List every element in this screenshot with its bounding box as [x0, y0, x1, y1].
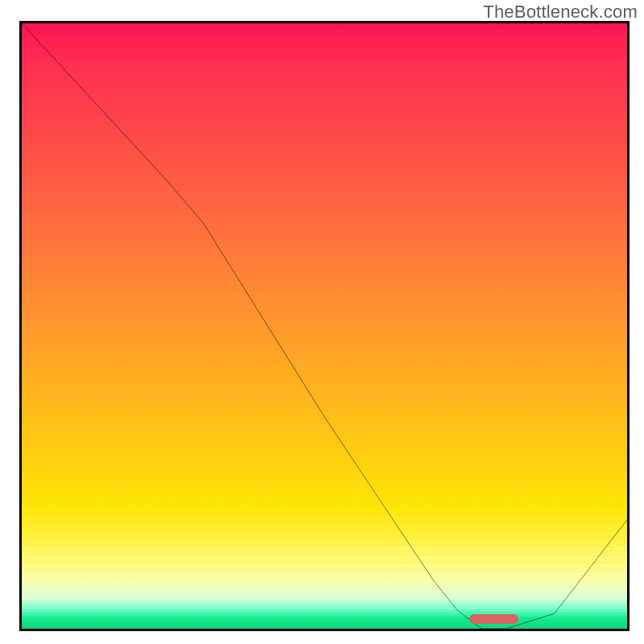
optimal-range-marker	[469, 614, 518, 624]
watermark-text: TheBottleneck.com	[483, 2, 638, 23]
chart-canvas: TheBottleneck.com	[0, 0, 644, 644]
plot-frame	[19, 21, 630, 631]
bottleneck-curve	[22, 23, 627, 629]
